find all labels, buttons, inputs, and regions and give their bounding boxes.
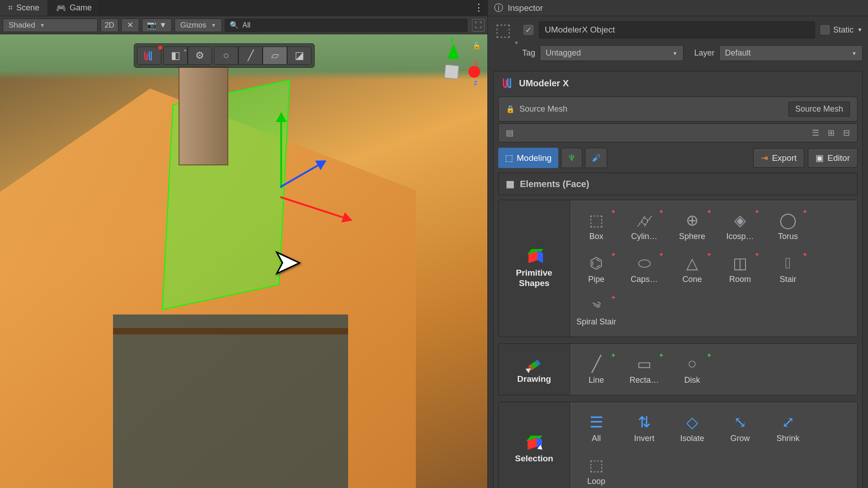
invert-icon: ⇅ [634, 412, 654, 432]
tool-room[interactable]: +◫Room [717, 249, 763, 289]
tool-capsule[interactable]: +⬭Caps… [622, 249, 667, 289]
primitive-shapes-icon [526, 248, 543, 265]
tool-select-all[interactable]: ☰All [574, 408, 619, 448]
lock-icon: 🔒 [506, 105, 515, 113]
gizmos-dropdown[interactable]: Gizmos ▼ [175, 19, 222, 32]
tool-spiral-stair[interactable]: +༄Spiral Stair [574, 291, 619, 331]
tool-rectangle[interactable]: +▭Recta… [622, 349, 667, 389]
primitive-label: Primitive Shapes [502, 268, 566, 289]
caret-down-icon: ▼ [40, 22, 45, 28]
layer-dropdown[interactable]: Default ▼ [719, 45, 863, 61]
scene-search[interactable]: 🔍 [225, 19, 467, 32]
tool-label: Cone [682, 275, 702, 284]
edge-mode-button[interactable]: ╱ [238, 47, 263, 65]
tab-scene-label: Scene [16, 3, 39, 13]
add-icon[interactable]: ⊞ [826, 127, 836, 138]
tabs-more-icon[interactable]: ⋮ [474, 2, 484, 14]
static-toggle[interactable]: Static ▼ [821, 25, 863, 35]
tool-label: Cylin… [631, 232, 657, 241]
settings-gear-icon[interactable]: ⚙ [188, 47, 212, 65]
tool-cylinder[interactable]: +⌭Cylin… [622, 206, 667, 246]
tool-label: Disk [684, 375, 700, 385]
lock-icon[interactable]: 🔓 [472, 42, 481, 50]
tool-stair[interactable]: +𓊍Stair [765, 249, 811, 289]
tag-dropdown[interactable]: Untagged ▼ [540, 45, 683, 61]
modeling-label: Modeling [517, 153, 552, 163]
list-icon[interactable]: ☰ [810, 127, 821, 138]
tab-modeling[interactable]: ⬚ Modeling [498, 148, 558, 168]
editor-button[interactable]: ▣ Editor [808, 148, 858, 168]
tools-icon[interactable]: ✕ [121, 19, 139, 32]
tool-label: Spiral Stair [576, 318, 616, 327]
add-primitive-button[interactable]: ◧+ [163, 47, 188, 65]
tab-painting[interactable]: 🖌 [585, 148, 607, 168]
object-name-input[interactable] [539, 21, 815, 38]
camera-dropdown[interactable]: 📷▼ [142, 19, 172, 32]
plus-badge-icon: + [707, 250, 711, 258]
scene-search-input[interactable] [242, 21, 462, 29]
tool-icosphere[interactable]: +◈Icosp… [717, 206, 763, 246]
plus-badge-icon: + [707, 351, 711, 359]
line-icon: ╱ [586, 354, 606, 374]
mode-2d-toggle[interactable]: 2D [100, 19, 118, 32]
shading-dropdown[interactable]: Shaded ▼ [3, 19, 98, 32]
gameobject-icon[interactable]: ⬚ [493, 20, 513, 40]
caret-down-icon[interactable]: ▼ [857, 27, 863, 33]
umodeler-logo-icon[interactable] [137, 47, 161, 65]
tool-sphere[interactable]: +⊕Sphere [670, 206, 715, 246]
tool-select-isolate[interactable]: ◇Isolate [670, 408, 715, 448]
isolate-icon: ◇ [682, 412, 702, 432]
tag-layer-row: Tag Untagged ▼ Layer Default ▼ [488, 43, 868, 66]
plus-badge-icon: + [755, 207, 759, 215]
enabled-checkbox[interactable]: ✓ [524, 25, 533, 35]
tool-label: Stair [779, 275, 796, 284]
primitive-grid: +⬚Box +⌭Cylin… +⊕Sphere +◈Icosp… +◯Torus… [570, 200, 857, 337]
tool-label: Recta… [629, 375, 659, 385]
remove-icon[interactable]: ⊟ [841, 127, 852, 138]
gizmos-label: Gizmos [180, 21, 207, 30]
tool-torus[interactable]: +◯Torus [765, 206, 811, 246]
scene-viewport[interactable]: ◧+ ⚙ ○ ╱ ▱ ◪ 🔓 y x z ➤ [0, 34, 487, 488]
face-mode-button[interactable]: ▱ [263, 47, 287, 65]
export-button[interactable]: ⇥ Export [753, 148, 804, 168]
disk-icon: ○ [682, 354, 702, 374]
axis-x-handle[interactable] [468, 66, 480, 78]
spiral-stair-icon: ༄ [586, 296, 606, 316]
static-checkbox[interactable] [821, 25, 830, 34]
source-mesh-field[interactable]: Source Mesh [788, 102, 850, 117]
scene-geometry [113, 328, 348, 334]
tool-select-shrink[interactable]: ⤢Shrink [765, 408, 811, 448]
caret-down-icon[interactable]: ▾ [515, 39, 518, 46]
caret-down-icon: ▼ [852, 51, 857, 56]
tool-select-grow[interactable]: ⤡Grow [717, 408, 763, 448]
plus-badge-icon: + [184, 47, 187, 54]
capsule-icon: ⬭ [634, 253, 654, 273]
tool-disk[interactable]: +○Disk [670, 349, 715, 389]
tool-label: Grow [730, 434, 750, 443]
tool-select-invert[interactable]: ⇅Invert [622, 408, 667, 448]
tab-rigging[interactable]: ♆ [561, 148, 582, 168]
drawing-grid: +╱Line +▭Recta… +○Disk [570, 344, 857, 395]
tool-cone[interactable]: +△Cone [670, 249, 715, 289]
elements-section-header[interactable]: ▦ Elements (Face) [498, 173, 858, 195]
component-icon-row: ▤ ☰ ⊞ ⊟ [498, 123, 858, 142]
maximize-icon[interactable]: ⛶ [472, 19, 485, 32]
axis-y-label: y [450, 35, 454, 43]
tool-pipe[interactable]: +⌬Pipe [574, 249, 619, 289]
gizmo-cube-icon [444, 65, 459, 80]
component-header[interactable]: UModeler X [494, 71, 862, 95]
tool-box[interactable]: +⬚Box [574, 206, 619, 246]
tool-label: Torus [778, 232, 798, 241]
tool-select-loop[interactable]: ⬚Loop [574, 450, 619, 488]
tool-line[interactable]: +╱Line [574, 349, 619, 389]
tab-game[interactable]: 🎮 Game [48, 0, 100, 16]
panel-label-primitive: Primitive Shapes [499, 200, 570, 337]
layers-icon[interactable]: ▤ [504, 127, 515, 138]
axis-x-label: x [474, 59, 478, 67]
axis-z-label: z [474, 79, 477, 87]
vertex-mode-button[interactable]: ○ [214, 47, 238, 65]
orientation-gizmo[interactable]: 🔓 y x z [425, 42, 479, 97]
axis-y-handle[interactable] [448, 43, 459, 59]
object-mode-button[interactable]: ◪ [287, 47, 311, 65]
tab-scene[interactable]: ⌗ Scene [0, 0, 48, 16]
